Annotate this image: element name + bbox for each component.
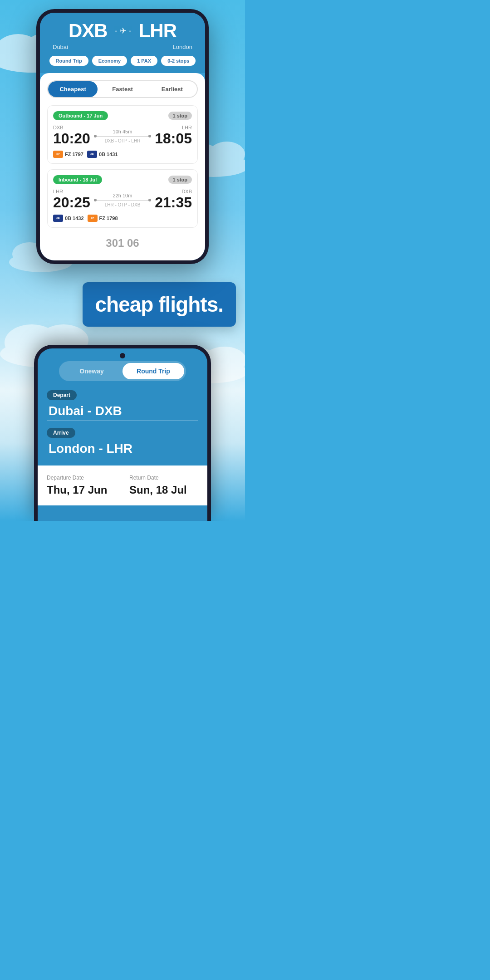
outbound-airline-2: 0B 0B 1431 [87, 151, 118, 158]
dubai-logo-1: FZ [53, 151, 63, 158]
phone-frame-1: DXB - ✈ - LHR Dubai London Round Trip Ec… [36, 9, 209, 264]
inbound-departure: LHR 20:25 [53, 189, 90, 211]
inbound-route-path: LHR - OTP - DXB [94, 202, 151, 207]
search-section: Depart Dubai - DXB Arrive London - LHR [38, 390, 207, 458]
departure-date-label: Departure Date [47, 475, 116, 481]
airports-row: DXB - ✈ - LHR [49, 20, 196, 42]
tab-fastest[interactable]: Fastest [98, 81, 147, 97]
dates-section: Departure Date Thu, 17 Jun Return Date S… [38, 466, 207, 505]
phone-frame-2: Oneway Round Trip Depart Dubai - DXB Arr… [34, 345, 211, 521]
outbound-arrival: LHR 18:05 [155, 125, 192, 147]
trip-toggle: Oneway Round Trip [51, 361, 194, 381]
inbound-airline-1: 0B 0B 1432 [53, 215, 84, 222]
phone-content: Cheapest Fastest Earliest Outbound - 17 … [40, 73, 205, 260]
stops-pill[interactable]: 0-2 stops [161, 56, 196, 66]
phone-header: DXB - ✈ - LHR Dubai London Round Trip Ec… [40, 13, 205, 73]
outbound-arrive-time: 18:05 [155, 130, 192, 147]
dates-row: Departure Date Thu, 17 Jun Return Date S… [47, 475, 198, 496]
origin-code: DXB [69, 20, 108, 42]
cheap-flights-box: cheap flights. [83, 282, 236, 327]
departure-date-value: Thu, 17 Jun [47, 484, 116, 496]
airport-cities: Dubai London [49, 44, 196, 50]
phone-screen-2: Oneway Round Trip Depart Dubai - DXB Arr… [38, 348, 207, 521]
toggle-oneway[interactable]: Oneway [61, 363, 122, 379]
outbound-origin-code: DXB [53, 125, 90, 130]
outbound-header: Outbound - 17 Jun 1 stop [53, 111, 192, 120]
inbound-arrive-time: 21:35 [155, 194, 192, 211]
cheap-flights-headline: cheap flights. [95, 293, 223, 316]
return-date-label: Return Date [129, 475, 198, 481]
arrive-label: Arrive [47, 428, 75, 438]
inbound-airline-2: FZ FZ 1798 [88, 215, 118, 222]
trip-toggle-inner: Oneway Round Trip [59, 361, 186, 381]
inbound-airlines: 0B 0B 1432 FZ FZ 1798 [53, 215, 192, 222]
inbound-flight-1: 0B 1432 [65, 216, 84, 221]
pax-pill[interactable]: 1 PAX [131, 56, 157, 66]
arrive-field[interactable]: Arrive London - LHR [47, 428, 198, 458]
outbound-depart-time: 10:20 [53, 130, 90, 147]
outbound-route-line [94, 136, 151, 137]
return-date-value: Sun, 18 Jul [129, 484, 198, 496]
partial-price: 301 06 [106, 237, 139, 250]
inbound-header: Inbound - 18 Jul 1 stop [53, 175, 192, 184]
destination-code: LHR [139, 20, 176, 42]
inbound-route-line [94, 200, 151, 201]
inbound-route-middle: 22h 10m LHR - OTP - DXB [90, 193, 155, 207]
outbound-duration: 10h 45m [94, 129, 151, 134]
outbound-airlines: FZ FZ 1797 0B 0B 1431 [53, 151, 192, 158]
outbound-departure: DXB 10:20 [53, 125, 90, 147]
inbound-flight-2: FZ 1798 [99, 216, 118, 221]
inbound-label: Inbound - 18 Jul [53, 175, 102, 184]
outbound-route-middle: 10h 45m DXB - OTP - LHR [90, 129, 155, 143]
inbound-flight-card[interactable]: Inbound - 18 Jul 1 stop LHR 20:25 22h 10… [47, 169, 198, 228]
destination-city: London [173, 44, 192, 50]
svg-point-5 [209, 142, 245, 167]
tab-earliest[interactable]: Earliest [147, 81, 197, 97]
return-date-column[interactable]: Return Date Sun, 18 Jul [129, 475, 198, 496]
inbound-times: LHR 20:25 22h 10m LHR - OTP - DXB DXB 21… [53, 189, 192, 211]
toggle-roundtrip[interactable]: Round Trip [122, 363, 184, 379]
inbound-stops: 1 stop [168, 176, 192, 184]
sort-tabs: Cheapest Fastest Earliest [47, 80, 198, 98]
outbound-flight-1: FZ 1797 [65, 152, 83, 157]
depart-label: Depart [47, 390, 77, 400]
camera-dot [120, 353, 125, 358]
arrive-divider [47, 458, 198, 458]
outbound-flight-2: 0B 1431 [99, 152, 118, 157]
outbound-times: DXB 10:20 10h 45m DXB - OTP - LHR LHR 18… [53, 125, 192, 147]
outbound-airline-1: FZ FZ 1797 [53, 151, 83, 158]
outbound-label: Outbound - 17 Jun [53, 111, 108, 120]
trip-type-pill[interactable]: Round Trip [49, 56, 88, 66]
plane-icon: - ✈ - [115, 26, 132, 36]
outbound-dest-code: LHR [155, 125, 192, 130]
depart-divider [47, 420, 198, 421]
blue-logo-1: 0B [87, 151, 97, 158]
outbound-route-path: DXB - OTP - LHR [94, 138, 151, 143]
inbound-dest-code: DXB [155, 189, 192, 194]
departure-date-column[interactable]: Departure Date Thu, 17 Jun [47, 475, 116, 496]
trip-filters: Round Trip Economy 1 PAX 0-2 stops [49, 56, 196, 73]
inbound-duration: 22h 10m [94, 193, 151, 198]
outbound-flight-card[interactable]: Outbound - 17 Jun 1 stop DXB 10:20 10h 4… [47, 105, 198, 164]
phone-screen-1: DXB - ✈ - LHR Dubai London Round Trip Ec… [40, 13, 205, 260]
origin-city: Dubai [53, 44, 68, 50]
notch-area [38, 348, 207, 361]
inbound-depart-time: 20:25 [53, 194, 90, 211]
cabin-pill[interactable]: Economy [92, 56, 127, 66]
inbound-origin-code: LHR [53, 189, 90, 194]
partial-price-card: 301 06 [47, 233, 198, 253]
tab-cheapest[interactable]: Cheapest [48, 81, 98, 97]
inbound-arrival: DXB 21:35 [155, 189, 192, 211]
depart-field[interactable]: Depart Dubai - DXB [47, 390, 198, 421]
outbound-stops: 1 stop [168, 112, 192, 120]
blue-logo-2: 0B [53, 215, 63, 222]
arrive-value: London - LHR [47, 441, 198, 456]
dubai-logo-2: FZ [88, 215, 98, 222]
depart-value: Dubai - DXB [47, 404, 198, 418]
middle-section: cheap flights. [0, 264, 245, 345]
